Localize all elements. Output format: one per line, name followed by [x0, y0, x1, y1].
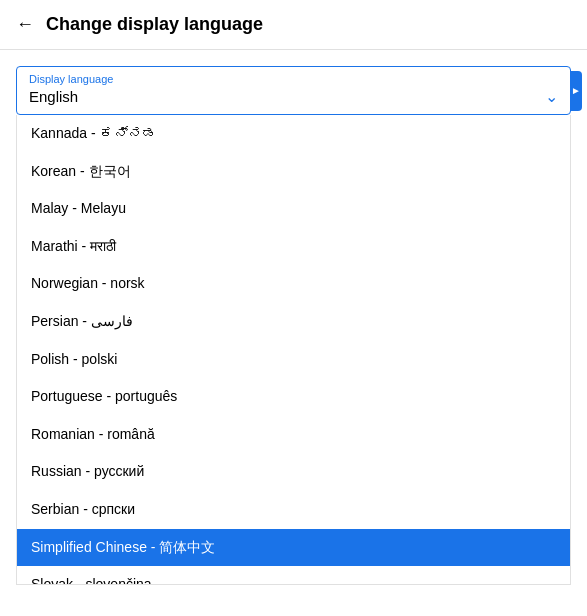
- language-item[interactable]: Norwegian - norsk: [17, 265, 570, 303]
- chevron-right-icon: ►: [571, 85, 581, 96]
- dropdown-value-row[interactable]: English ⌄: [17, 85, 570, 114]
- language-item[interactable]: Malay - Melayu: [17, 190, 570, 228]
- language-item[interactable]: Kannada - ಕನ್ನಡ: [17, 115, 570, 153]
- page-header: ← Change display language: [0, 0, 587, 50]
- language-item[interactable]: Portuguese - português: [17, 378, 570, 416]
- language-item[interactable]: Persian - فارسی: [17, 303, 570, 341]
- dropdown-label: Display language: [17, 67, 570, 85]
- language-item[interactable]: Marathi - मराठी: [17, 228, 570, 266]
- language-list: Kannada - ಕನ್ನಡKorean - 한국어Malay - Melay…: [16, 115, 571, 585]
- language-item[interactable]: Polish - polski: [17, 341, 570, 379]
- page-title: Change display language: [46, 14, 263, 35]
- chevron-down-icon: ⌄: [545, 87, 558, 106]
- content-area: Display language English ⌄ ► Kannada - ಕ…: [0, 50, 587, 601]
- language-item[interactable]: Simplified Chinese - 简体中文: [17, 529, 570, 567]
- back-button[interactable]: ←: [16, 14, 34, 35]
- sidebar-toggle[interactable]: ►: [570, 71, 582, 111]
- language-dropdown[interactable]: Display language English ⌄ ►: [16, 66, 571, 115]
- language-item[interactable]: Korean - 한국어: [17, 153, 570, 191]
- dropdown-selected-value: English: [29, 88, 78, 105]
- language-item[interactable]: Slovak - slovenčina: [17, 566, 570, 585]
- language-item[interactable]: Serbian - српски: [17, 491, 570, 529]
- language-item[interactable]: Russian - русский: [17, 453, 570, 491]
- language-item[interactable]: Romanian - română: [17, 416, 570, 454]
